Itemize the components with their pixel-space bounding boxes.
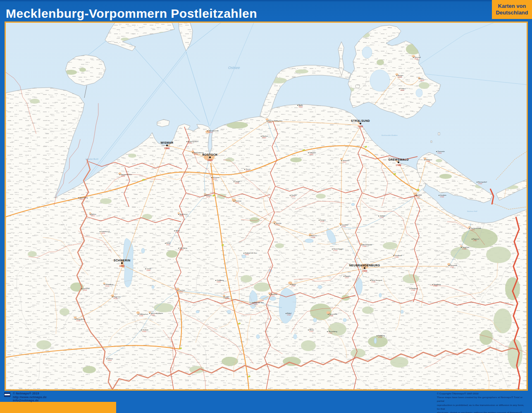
badge-line1: Karten von [492,3,532,9]
copyright-line-4: electronic, digital or mechanic; without… [437,411,525,413]
svg-text:17217: 17217 [345,277,349,279]
map-city-laage: Laage18299 [234,180,240,184]
svg-text:23966: 23966 [165,147,170,150]
svg-text:17109: 17109 [341,226,346,228]
svg-text:17489: 17489 [396,164,401,166]
svg-text:19303: 19303 [107,360,112,361]
svg-text:18311: 18311 [268,122,272,123]
svg-text:18337: 18337 [262,137,266,139]
svg-text:18273: 18273 [235,202,239,204]
svg-text:ROSTOCK: ROSTOCK [203,153,218,156]
svg-text:17179: 17179 [291,196,295,198]
page-title: Mecklenburg-Vorpommern Postleitzahlen [6,7,257,21]
sea-label: Lübecker Bucht [85,158,98,160]
svg-text:18528: 18528 [398,76,402,78]
svg-text:17252: 17252 [309,331,313,332]
svg-text:NEUBRANDENBURG: NEUBRANDENBURG [349,264,380,267]
svg-text:18299: 18299 [235,183,239,184]
svg-text:17255: 17255 [328,332,332,334]
svg-text:19053: 19053 [119,265,125,267]
svg-text:19246: 19246 [83,290,87,291]
svg-text:17033: 17033 [362,270,367,272]
svg-text:17373: 17373 [470,229,475,231]
svg-text:19370: 19370 [179,291,183,293]
copyright-notice: © Copyright ©Netmaps® 1997-2019 These ma… [437,392,525,413]
badge-line2: Deutschland [492,9,532,16]
svg-text:19406: 19406 [179,249,184,251]
svg-text:18546: 18546 [414,58,418,60]
svg-text:18119: 18119 [208,132,212,133]
svg-text:18195: 18195 [246,170,250,172]
sea-label: Greifswalder Bodden [381,134,398,136]
svg-text:17367: 17367 [473,240,477,242]
svg-text:WISMAR: WISMAR [161,141,174,144]
svg-text:19306: 19306 [150,314,155,316]
svg-text:17139: 17139 [311,237,315,238]
svg-text:19395: 19395 [254,304,258,305]
svg-text:17358: 17358 [462,248,466,250]
karten-von-deutschland-badge: Karten von Deutschland [492,0,532,19]
map-frame: ROSTOCK18055SCHWERIN19053WISMAR23966STRA… [5,21,528,391]
map-city-crivitz: Crivitz19089 [145,268,151,271]
sea-label: Ostsee [228,66,240,70]
copyright-line-2: These maps have been created by the geog… [437,395,525,403]
svg-text:17166: 17166 [275,224,279,226]
map-city-mirow: Mirow17252 [308,329,314,332]
svg-text:19399: 19399 [217,281,221,283]
svg-text:18609: 18609 [420,80,424,81]
map-canvas: ROSTOCK18055SCHWERIN19053WISMAR23966STRA… [6,23,527,389]
svg-text:18225: 18225 [188,142,192,144]
svg-text:23936: 23936 [121,176,125,177]
svg-text:23923: 23923 [79,199,83,200]
svg-text:19258: 19258 [76,320,80,322]
svg-text:17098: 17098 [394,256,398,258]
svg-text:17454: 17454 [437,152,441,154]
svg-text:19417: 19417 [175,232,179,233]
svg-text:17126: 17126 [379,217,384,218]
svg-text:18209: 18209 [193,154,198,155]
publisher-credit: © Netmaps® 2019 http://www.netmaps.de in… [4,392,47,403]
svg-text:GREIFSWALD: GREIFSWALD [388,158,409,161]
svg-text:19205: 19205 [101,233,105,234]
netmaps-flag-icon [4,392,10,397]
svg-text:17309: 17309 [450,266,454,268]
svg-text:19288: 19288 [139,315,143,317]
copyright-line-3: reproduction is prohibited; as is the tr… [437,403,525,411]
svg-text:17335: 17335 [433,285,437,287]
svg-text:17087: 17087 [362,246,366,247]
svg-text:19089: 19089 [146,270,150,271]
svg-text:18507: 18507 [342,161,346,163]
svg-text:18581: 18581 [400,90,404,91]
svg-text:19243: 19243 [105,285,109,287]
svg-text:17348: 17348 [411,290,415,291]
svg-text:17406: 17406 [440,196,444,198]
svg-text:17438: 17438 [426,161,430,162]
svg-text:17153: 17153 [333,250,337,252]
svg-text:17207: 17207 [287,314,291,316]
svg-text:18055: 18055 [208,159,213,161]
credit-line-email: info@netmaps.de [13,399,47,403]
svg-text:23992: 23992 [179,215,184,217]
poster-page: { "header": { "title": "Mecklenburg-Vorp… [0,0,532,413]
svg-text:17235: 17235 [329,315,333,317]
svg-text:SCHWERIN: SCHWERIN [114,259,131,262]
svg-text:18356: 18356 [298,106,303,108]
svg-text:17159: 17159 [320,221,324,223]
svg-text:18435: 18435 [358,126,363,128]
svg-text:17094: 17094 [371,281,375,283]
svg-text:17192: 17192 [291,285,295,287]
svg-text:17258: 17258 [378,337,382,338]
svg-text:19300: 19300 [142,331,146,332]
svg-text:18465: 18465 [309,154,313,155]
svg-text:19412: 19412 [166,244,170,246]
svg-text:18258: 18258 [212,178,217,180]
svg-text:18246: 18246 [206,196,210,198]
svg-text:19217: 19217 [91,215,95,217]
svg-text:19230: 19230 [113,298,117,299]
svg-text:17213: 17213 [270,295,274,297]
bottom-orange-bar [0,402,116,413]
svg-text:17424: 17424 [478,183,482,185]
svg-text:18292: 18292 [245,254,249,256]
svg-text:STRALSUND: STRALSUND [351,119,370,122]
sea-label: Stettiner Haff [467,210,477,212]
